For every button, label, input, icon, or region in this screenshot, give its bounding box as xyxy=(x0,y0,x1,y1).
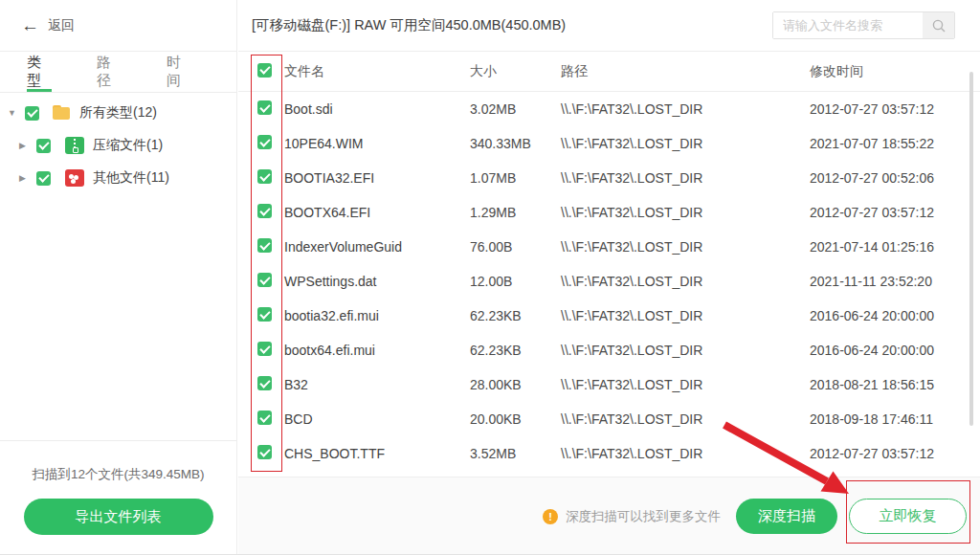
table-row[interactable]: BOOTX64.EFI 1.29MB \\.\F:\FAT32\.LOST_DI… xyxy=(238,195,980,230)
file-table: Boot.sdi 3.02MB \\.\F:\FAT32\.LOST_DIR 2… xyxy=(238,92,980,471)
tree-item-label: 其他文件(11) xyxy=(93,169,169,187)
back-arrow-icon: ← xyxy=(21,16,39,34)
table-row[interactable]: Boot.sdi 3.02MB \\.\F:\FAT32\.LOST_DIR 2… xyxy=(238,92,980,126)
table-row[interactable]: CHS_BOOT.TTF 3.52MB \\.\F:\FAT32\.LOST_D… xyxy=(238,436,980,471)
tab-path[interactable]: 路径 xyxy=(97,52,122,92)
file-size: 340.33MB xyxy=(470,136,561,151)
file-size: 76.00B xyxy=(470,239,561,255)
tree-checkbox[interactable] xyxy=(25,106,39,121)
row-checkbox[interactable] xyxy=(257,100,272,115)
file-mtime: 2021-07-14 01:25:16 xyxy=(810,239,980,255)
row-checkbox[interactable] xyxy=(257,273,272,287)
file-mtime: 2021-07-07 18:55:22 xyxy=(810,136,980,151)
search-button[interactable] xyxy=(923,12,954,38)
table-row[interactable]: 10PE64.WIM 340.33MB \\.\F:\FAT32\.LOST_D… xyxy=(238,126,980,161)
file-path: \\.\F:\FAT32\.LOST_DIR xyxy=(561,205,810,220)
file-size: 12.00B xyxy=(470,274,561,289)
file-path: \\.\F:\FAT32\.LOST_DIR xyxy=(561,239,810,255)
table-row[interactable]: WPSettings.dat 12.00B \\.\F:\FAT32\.LOST… xyxy=(238,264,980,299)
row-checkbox[interactable] xyxy=(257,204,272,218)
row-checkbox[interactable] xyxy=(257,135,272,149)
deep-scan-hint: 深度扫描可以找到更多文件 xyxy=(566,508,721,525)
caret-right-icon[interactable]: ▶ xyxy=(19,173,31,183)
row-checkbox[interactable] xyxy=(257,445,272,459)
file-type-tree: ▼ 所有类型(12) ▶ 压缩文件(1) ▶ 其他文件(11) xyxy=(0,93,236,194)
file-name: IndexerVolumeGuid xyxy=(284,239,470,255)
file-path: \\.\F:\FAT32\.LOST_DIR xyxy=(561,101,810,117)
file-path: \\.\F:\FAT32\.LOST_DIR xyxy=(561,308,810,323)
scan-summary: 扫描到12个文件(共349.45MB) xyxy=(0,466,236,483)
recover-now-button[interactable]: 立即恢复 xyxy=(849,499,967,534)
file-size: 1.07MB xyxy=(470,170,561,186)
back-button[interactable]: ← 返回 xyxy=(0,0,236,52)
row-checkbox[interactable] xyxy=(257,342,272,356)
file-mtime: 2016-06-24 20:00:00 xyxy=(810,308,980,323)
column-header-size[interactable]: 大小 xyxy=(470,63,561,80)
zip-file-icon xyxy=(65,137,84,154)
tree-item-all-types[interactable]: ▼ 所有类型(12) xyxy=(0,97,236,129)
table-row[interactable]: BOOTIA32.EFI 1.07MB \\.\F:\FAT32\.LOST_D… xyxy=(238,161,980,195)
file-size: 28.00KB xyxy=(470,377,561,392)
file-path: \\.\F:\FAT32\.LOST_DIR xyxy=(561,411,810,427)
deep-scan-button[interactable]: 深度扫描 xyxy=(736,499,837,534)
file-name: 10PE64.WIM xyxy=(284,136,470,151)
column-header-mtime[interactable]: 修改时间 xyxy=(810,63,980,80)
file-path: \\.\F:\FAT32\.LOST_DIR xyxy=(561,170,810,186)
row-checkbox[interactable] xyxy=(257,238,272,253)
file-name: bootia32.efi.mui xyxy=(284,308,470,323)
caret-down-icon[interactable]: ▼ xyxy=(8,108,19,118)
file-path: \\.\F:\FAT32\.LOST_DIR xyxy=(561,343,810,358)
tree-item-archive-files[interactable]: ▶ 压缩文件(1) xyxy=(0,129,236,162)
file-name: Boot.sdi xyxy=(284,101,470,117)
tree-item-label: 压缩文件(1) xyxy=(93,137,163,154)
main-panel: [可移动磁盘(F:)] RAW 可用空间450.0MB(450.0MB) 文件名… xyxy=(238,0,980,555)
row-checkbox[interactable] xyxy=(257,169,272,184)
tree-item-label: 所有类型(12) xyxy=(79,104,157,122)
table-row[interactable]: bootia32.efi.mui 62.23KB \\.\F:\FAT32\.L… xyxy=(238,299,980,333)
file-mtime: 2018-08-21 18:56:15 xyxy=(810,377,980,392)
column-header-path[interactable]: 路径 xyxy=(561,63,810,80)
tree-checkbox[interactable] xyxy=(36,171,51,186)
file-name: B32 xyxy=(284,377,470,392)
file-size: 3.02MB xyxy=(470,101,561,117)
sidebar-footer: 扫描到12个文件(共349.45MB) 导出文件列表 xyxy=(0,440,236,555)
table-row[interactable]: bootx64.efi.mui 62.23KB \\.\F:\FAT32\.LO… xyxy=(238,333,980,367)
file-path: \\.\F:\FAT32\.LOST_DIR xyxy=(561,274,810,289)
file-name: WPSettings.dat xyxy=(284,274,470,289)
tree-item-other-files[interactable]: ▶ 其他文件(11) xyxy=(0,162,236,194)
tree-checkbox[interactable] xyxy=(36,139,51,153)
row-checkbox[interactable] xyxy=(257,411,272,425)
table-row[interactable]: B32 28.00KB \\.\F:\FAT32\.LOST_DIR 2018-… xyxy=(238,367,980,402)
export-file-list-button[interactable]: 导出文件列表 xyxy=(24,499,213,535)
table-header: 文件名 大小 路径 修改时间 xyxy=(238,52,980,92)
tab-time[interactable]: 时间 xyxy=(167,52,191,92)
drive-title: [可移动磁盘(F:)] RAW 可用空间450.0MB(450.0MB) xyxy=(252,16,566,34)
file-mtime: 2012-07-27 03:57:12 xyxy=(810,101,980,117)
search-input[interactable] xyxy=(773,12,923,38)
file-size: 3.52MB xyxy=(470,446,561,461)
table-row[interactable]: BCD 20.00KB \\.\F:\FAT32\.LOST_DIR 2018-… xyxy=(238,402,980,436)
search-icon xyxy=(931,18,947,33)
file-mtime: 2012-07-27 03:57:12 xyxy=(810,446,980,461)
tab-type[interactable]: 类型 xyxy=(27,52,52,92)
table-scrollbar[interactable] xyxy=(969,72,973,426)
file-name: BOOTX64.EFI xyxy=(284,205,470,220)
sidebar: ← 返回 类型 路径 时间 ▼ 所有类型(12) ▶ 压缩文件(1) ▶ xyxy=(0,0,237,555)
file-mtime: 2012-07-27 03:57:12 xyxy=(810,205,980,220)
file-mtime: 2021-11-11 23:52:20 xyxy=(810,274,980,289)
file-size: 62.23KB xyxy=(470,343,561,358)
file-recovery-window: ← 返回 类型 路径 时间 ▼ 所有类型(12) ▶ 压缩文件(1) ▶ xyxy=(0,0,980,555)
column-header-filename[interactable]: 文件名 xyxy=(284,63,470,80)
warning-icon: ! xyxy=(543,509,558,524)
main-header: [可移动磁盘(F:)] RAW 可用空间450.0MB(450.0MB) xyxy=(238,0,980,52)
search-box xyxy=(772,11,955,39)
file-name: bootx64.efi.mui xyxy=(284,343,470,358)
caret-right-icon[interactable]: ▶ xyxy=(19,141,31,150)
row-checkbox[interactable] xyxy=(257,376,272,390)
row-checkbox[interactable] xyxy=(257,307,272,322)
select-all-checkbox[interactable] xyxy=(257,63,272,78)
table-row[interactable]: IndexerVolumeGuid 76.00B \\.\F:\FAT32\.L… xyxy=(238,230,980,264)
action-bar: ! 深度扫描可以找到更多文件 深度扫描 立即恢复 xyxy=(238,477,980,555)
file-size: 20.00KB xyxy=(470,411,561,427)
back-label: 返回 xyxy=(48,17,75,34)
